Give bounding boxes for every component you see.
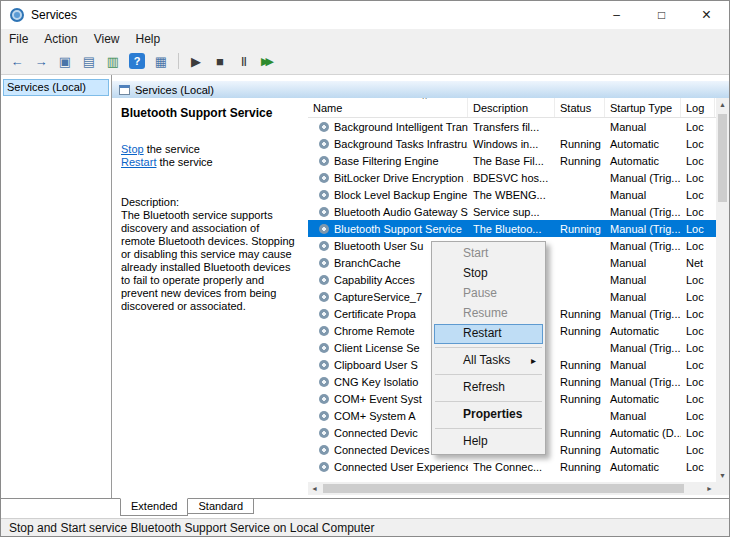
service-name-text: CNG Key Isolatio [334, 376, 418, 388]
service-name-text: BranchCache [334, 257, 401, 269]
column-header-description[interactable]: Description [468, 98, 555, 117]
menu-separator [435, 374, 542, 375]
cell-log-on-as: Loc [681, 339, 715, 356]
horizontal-scrollbar[interactable]: ◄ ► [308, 482, 716, 495]
cell-startup-type: Manual [605, 356, 681, 373]
cell-status [555, 186, 605, 203]
cell-log-on-as: Loc [681, 441, 715, 458]
scroll-up-button[interactable]: ▲ [716, 98, 729, 111]
start-service-button[interactable]: ▶ [185, 50, 207, 72]
horizontal-scroll-thumb[interactable] [323, 484, 684, 493]
stop-service-link[interactable]: Stop [121, 143, 144, 155]
minimize-button[interactable]: – [594, 1, 639, 29]
context-menu: StartStopPauseResumeRestartAll Tasks▸Ref… [431, 241, 546, 455]
scrollbar-corner [716, 482, 729, 495]
help-button[interactable]: ? [129, 53, 145, 69]
tab-extended[interactable]: Extended [120, 498, 188, 516]
restart-service-button[interactable]: ▶▶ [257, 50, 279, 72]
context-menu-help[interactable]: Help [432, 432, 545, 452]
stop-service-button[interactable]: ■ [209, 50, 231, 72]
column-header-log[interactable]: Log [681, 98, 715, 117]
refresh-button[interactable]: ▥ [102, 50, 124, 72]
service-row[interactable]: Background Tasks Infrastru...Windows in.… [308, 135, 716, 152]
cell-log-on-as: Loc [681, 135, 715, 152]
cell-description: Service sup... [468, 203, 555, 220]
cell-status [555, 203, 605, 220]
result-pane-header: Services (Local) [112, 81, 729, 98]
cell-status: Running [555, 441, 605, 458]
service-gear-icon [319, 122, 329, 132]
vertical-scrollbar[interactable]: ▲ ▼ [716, 98, 729, 482]
cell-description: The Connec... [468, 458, 555, 475]
menu-file[interactable]: File [1, 32, 36, 46]
service-name-text: Connected User Experience... [334, 461, 468, 473]
service-name-text: Certificate Propa [334, 308, 416, 320]
pause-service-button[interactable]: Ⅱ [233, 50, 255, 72]
vertical-scroll-thumb[interactable] [718, 114, 727, 202]
service-gear-icon [319, 275, 329, 285]
column-label: Description [473, 102, 528, 114]
menu-view[interactable]: View [86, 32, 128, 46]
export-list-button[interactable]: ▤ [78, 50, 100, 72]
scroll-left-button[interactable]: ◄ [308, 482, 321, 495]
service-name-text: Bluetooth User Su [334, 240, 423, 252]
cell-startup-type: Automatic [605, 390, 681, 407]
tree-item-services-local[interactable]: Services (Local) [3, 79, 109, 96]
cell-log-on-as: Loc [681, 356, 715, 373]
service-gear-icon [319, 462, 329, 472]
cell-name: BitLocker Drive Encryption ... [308, 169, 468, 186]
service-row[interactable]: Background Intelligent Tran...Transfers … [308, 118, 716, 135]
services-app-icon [10, 8, 24, 22]
cell-status: Running [555, 390, 605, 407]
cell-status: Running [555, 220, 605, 237]
service-row[interactable]: BitLocker Drive Encryption ...BDESVC hos… [308, 169, 716, 186]
column-header-startup-type[interactable]: Startup Type [605, 98, 681, 117]
restart-service-link[interactable]: Restart [121, 156, 156, 168]
tab-standard[interactable]: Standard [187, 499, 254, 514]
standard-view-button[interactable]: ▦ [150, 50, 172, 72]
context-menu-refresh[interactable]: Refresh [432, 378, 545, 398]
service-gear-icon [319, 241, 329, 251]
service-row[interactable]: Block Level Backup Engine ...The WBENG..… [308, 186, 716, 203]
service-gear-icon [319, 377, 329, 387]
forward-button[interactable]: → [30, 50, 52, 72]
submenu-arrow-icon: ▸ [531, 351, 536, 370]
show-console-tree-button[interactable]: ▣ [54, 50, 76, 72]
column-header-status[interactable]: Status [555, 98, 605, 117]
extended-detail-pane: Bluetooth Support Service Stop the servi… [112, 98, 308, 498]
service-name-text: Connected Devic [334, 427, 418, 439]
cell-name: Background Tasks Infrastru... [308, 135, 468, 152]
context-menu-all-tasks[interactable]: All Tasks▸ [432, 351, 545, 371]
cell-log-on-as: Loc [681, 237, 715, 254]
context-menu-restart[interactable]: Restart [434, 324, 543, 344]
close-button[interactable]: × [684, 1, 729, 29]
context-menu-stop[interactable]: Stop [432, 264, 545, 284]
cell-description: The Base Fil... [468, 152, 555, 169]
service-row[interactable]: Bluetooth Audio Gateway S...Service sup.… [308, 203, 716, 220]
menu-action[interactable]: Action [36, 32, 85, 46]
menu-help[interactable]: Help [128, 32, 169, 46]
service-row[interactable]: Bluetooth Support ServiceThe Bluetoo...R… [308, 220, 716, 237]
service-row[interactable]: Connected User Experience...The Connec..… [308, 458, 716, 475]
cell-startup-type: Manual (Trig... [605, 169, 681, 186]
context-menu-properties[interactable]: Properties [432, 405, 545, 425]
service-name-text: Capability Acces [334, 274, 415, 286]
stop-service-line: Stop the service [121, 143, 296, 156]
service-gear-icon [319, 190, 329, 200]
cell-startup-type: Automatic [605, 458, 681, 475]
service-gear-icon [319, 445, 329, 455]
toolbar-separator [178, 53, 179, 69]
cell-description: The WBENG... [468, 186, 555, 203]
back-button[interactable]: ← [6, 50, 28, 72]
maximize-button[interactable]: □ [639, 1, 684, 29]
service-row[interactable]: Base Filtering EngineThe Base Fil...Runn… [308, 152, 716, 169]
scroll-right-button[interactable]: ► [703, 482, 716, 495]
cell-startup-type: Manual [605, 254, 681, 271]
column-header-name[interactable]: Name^ [308, 98, 468, 117]
cell-startup-type: Manual (Trig... [605, 237, 681, 254]
cell-startup-type: Manual [605, 271, 681, 288]
service-name-text: Background Intelligent Tran... [334, 121, 468, 133]
service-gear-icon [319, 394, 329, 404]
service-gear-icon [319, 309, 329, 319]
scroll-down-button[interactable]: ▼ [716, 469, 729, 482]
